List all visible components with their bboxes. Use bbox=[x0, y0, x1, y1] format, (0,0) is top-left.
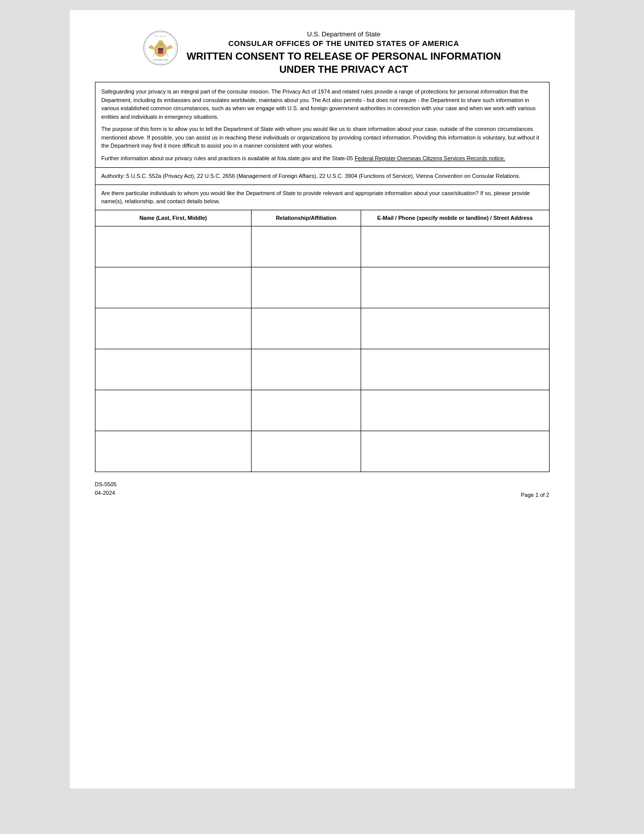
table-row bbox=[95, 431, 549, 472]
svg-text:E PLURIBUS UNUM: E PLURIBUS UNUM bbox=[154, 59, 168, 61]
cell-contact-2[interactable] bbox=[361, 267, 549, 308]
intro-paragraph-1: Safeguarding your privacy is an integral… bbox=[102, 87, 543, 121]
cell-contact-6[interactable] bbox=[361, 431, 549, 472]
col-header-contact: E-Mail / Phone (specify mobile or landli… bbox=[361, 210, 549, 226]
svg-rect-5 bbox=[158, 48, 163, 50]
question-text: Are there particular individuals to whom… bbox=[102, 190, 530, 205]
svg-point-3 bbox=[158, 40, 164, 46]
footer-page-number: Page 1 of 2 bbox=[521, 492, 549, 498]
cell-name-5[interactable] bbox=[95, 390, 252, 431]
intro-paragraph-3: Further information about our privacy ru… bbox=[102, 154, 543, 163]
intro-paragraph-2: The purpose of this form is to allow you… bbox=[102, 125, 543, 150]
cell-name-1[interactable] bbox=[95, 226, 252, 267]
table-row bbox=[95, 349, 549, 390]
cell-contact-5[interactable] bbox=[361, 390, 549, 431]
dept-name: U.S. Department of State bbox=[186, 30, 501, 38]
col-header-relationship: Relationship/Affiliation bbox=[252, 210, 361, 226]
cell-contact-3[interactable] bbox=[361, 308, 549, 349]
cell-relationship-4[interactable] bbox=[252, 349, 361, 390]
header-text-block: U.S. Department of State CONSULAR OFFICE… bbox=[186, 30, 501, 76]
cell-name-6[interactable] bbox=[95, 431, 252, 472]
page-header: ★ ★ ★ ★ ★ E PLURIBUS UNUM U.S. Departmen… bbox=[95, 30, 550, 76]
cell-name-3[interactable] bbox=[95, 308, 252, 349]
table-row bbox=[95, 390, 549, 431]
cell-relationship-6[interactable] bbox=[252, 431, 361, 472]
authority-section: Authority: 5 U.S.C. 552a (Privacy Act), … bbox=[95, 168, 549, 185]
page: ★ ★ ★ ★ ★ E PLURIBUS UNUM U.S. Departmen… bbox=[70, 10, 575, 789]
cell-relationship-2[interactable] bbox=[252, 267, 361, 308]
cell-name-4[interactable] bbox=[95, 349, 252, 390]
main-title: WRITTEN CONSENT TO RELEASE OF PERSONAL I… bbox=[186, 50, 501, 76]
records-notice-link[interactable]: Federal Register Overseas Citizens Servi… bbox=[355, 155, 505, 161]
footer-form-info: DS-5505 04-2024 bbox=[95, 480, 117, 498]
us-seal-icon: ★ ★ ★ ★ ★ E PLURIBUS UNUM bbox=[143, 30, 178, 66]
table-row bbox=[95, 308, 549, 349]
question-section: Are there particular individuals to whom… bbox=[95, 185, 549, 210]
cell-relationship-3[interactable] bbox=[252, 308, 361, 349]
svg-text:★ ★ ★ ★ ★: ★ ★ ★ ★ ★ bbox=[155, 35, 167, 37]
table-row bbox=[95, 226, 549, 267]
col-header-name: Name (Last, First, Middle) bbox=[95, 210, 252, 226]
form-number: DS-5505 bbox=[95, 480, 117, 489]
table-row bbox=[95, 267, 549, 308]
contacts-table: Name (Last, First, Middle) Relationship/… bbox=[95, 210, 549, 472]
intro-section: Safeguarding your privacy is an integral… bbox=[95, 82, 549, 168]
cell-relationship-5[interactable] bbox=[252, 390, 361, 431]
cell-name-2[interactable] bbox=[95, 267, 252, 308]
table-header-row: Name (Last, First, Middle) Relationship/… bbox=[95, 210, 549, 226]
cell-relationship-1[interactable] bbox=[252, 226, 361, 267]
cell-contact-4[interactable] bbox=[361, 349, 549, 390]
page-footer: DS-5505 04-2024 Page 1 of 2 bbox=[95, 480, 550, 498]
form-date: 04-2024 bbox=[95, 489, 117, 498]
cell-contact-1[interactable] bbox=[361, 226, 549, 267]
authority-text: Authority: 5 U.S.C. 552a (Privacy Act), … bbox=[102, 173, 521, 179]
form-body: Safeguarding your privacy is an integral… bbox=[95, 82, 550, 472]
consular-offices: CONSULAR OFFICES OF THE UNITED STATES OF… bbox=[186, 39, 501, 48]
